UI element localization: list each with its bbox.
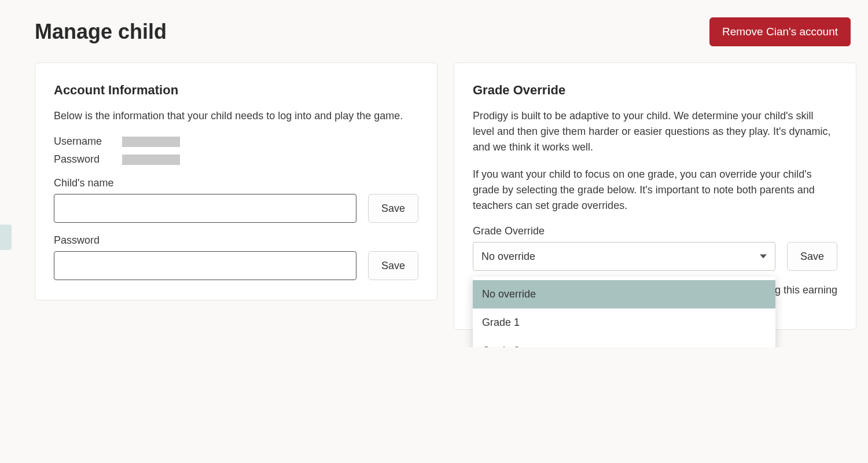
save-password-button[interactable]: Save [368, 251, 418, 280]
account-info-heading: Account Information [54, 83, 418, 98]
username-row: Username [54, 135, 418, 148]
username-value-redacted [122, 137, 180, 147]
grade-override-select[interactable]: No override [473, 242, 775, 271]
grade-override-card: Grade Override Prodigy is built to be ad… [454, 63, 856, 330]
page-title: Manage child [35, 20, 167, 44]
content-columns: Account Information Below is the informa… [35, 63, 856, 330]
child-name-input[interactable] [54, 194, 356, 223]
password-input[interactable] [54, 251, 356, 280]
password-label: Password [54, 153, 122, 166]
grade-override-para1: Prodigy is built to be adaptive to your … [473, 108, 837, 155]
account-info-description: Below is the information that your child… [54, 108, 418, 124]
grade-override-dropdown: No override Grade 1 Grade 2 Grade 3 Grad… [473, 277, 775, 347]
grade-override-heading: Grade Override [473, 83, 837, 98]
dropdown-option-grade-1[interactable]: Grade 1 [473, 308, 775, 337]
child-name-label: Child's name [54, 177, 418, 189]
remove-account-button[interactable]: Remove Cian's account [709, 17, 851, 46]
grade-override-selected-value: No override [481, 251, 535, 263]
password-field-group: Password Save [54, 234, 418, 280]
save-grade-override-button[interactable]: Save [787, 242, 837, 271]
grade-override-select-label: Grade Override [473, 225, 837, 237]
child-name-group: Child's name Save [54, 177, 418, 223]
dropdown-option-grade-2[interactable]: Grade 2 [473, 337, 775, 347]
save-child-name-button[interactable]: Save [368, 194, 418, 223]
account-information-card: Account Information Below is the informa… [35, 63, 437, 300]
page-header: Manage child Remove Cian's account [35, 17, 856, 46]
grade-override-para2: If you want your child to focus on one g… [473, 167, 837, 214]
password-row: Password [54, 153, 418, 166]
password-value-redacted [122, 155, 180, 165]
side-tab[interactable] [0, 225, 12, 250]
username-label: Username [54, 135, 122, 148]
dropdown-option-no-override[interactable]: No override [473, 280, 775, 308]
password-field-label: Password [54, 234, 418, 247]
chevron-down-icon [760, 255, 767, 259]
